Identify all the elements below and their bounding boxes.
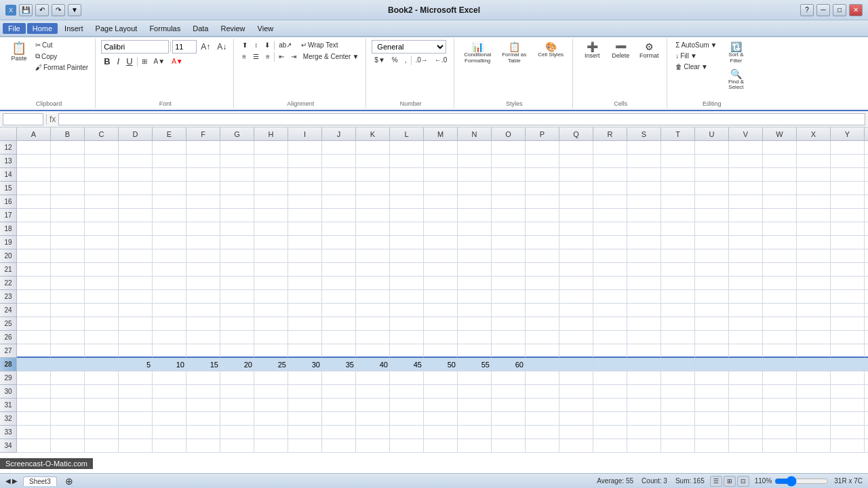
row-header-15[interactable]: 15 <box>0 182 17 195</box>
cell-S23[interactable] <box>627 290 661 304</box>
cell-F29[interactable] <box>186 371 220 385</box>
align-center-button[interactable]: ☰ <box>250 52 262 62</box>
cell-Q32[interactable] <box>559 412 593 426</box>
cell-H34[interactable] <box>254 439 288 453</box>
cell-I25[interactable] <box>288 317 322 331</box>
cell-S20[interactable] <box>627 249 661 263</box>
cell-J16[interactable] <box>322 195 356 209</box>
cell-R27[interactable] <box>593 344 627 358</box>
cell-C33[interactable] <box>85 426 119 439</box>
cell-C17[interactable] <box>85 209 119 222</box>
cell-M20[interactable] <box>424 249 458 263</box>
cell-X14[interactable] <box>797 168 831 182</box>
cell-L17[interactable] <box>390 209 424 222</box>
cell-I29[interactable] <box>288 371 322 385</box>
col-header-o[interactable]: O <box>492 127 526 141</box>
menu-file[interactable]: File <box>3 23 26 34</box>
cell-Q13[interactable] <box>559 155 593 168</box>
cell-Z34[interactable] <box>865 439 868 453</box>
cell-Q25[interactable] <box>559 317 593 331</box>
cell-W26[interactable] <box>763 331 797 344</box>
cell-H27[interactable] <box>254 344 288 358</box>
cell-P34[interactable] <box>526 439 559 453</box>
cell-V16[interactable] <box>729 195 763 209</box>
cell-H30[interactable] <box>254 385 288 399</box>
cell-G23[interactable] <box>220 290 254 304</box>
col-header-u[interactable]: U <box>695 127 729 141</box>
cell-Z25[interactable] <box>865 317 868 331</box>
cell-Y20[interactable] <box>831 249 865 263</box>
cell-Q24[interactable] <box>559 304 593 317</box>
cell-M29[interactable] <box>424 371 458 385</box>
cell-G12[interactable] <box>220 141 254 155</box>
cell-V12[interactable] <box>729 141 763 155</box>
row-header-13[interactable]: 13 <box>0 155 17 168</box>
cell-M30[interactable] <box>424 385 458 399</box>
cell-T17[interactable] <box>661 209 695 222</box>
cell-Y29[interactable] <box>831 371 865 385</box>
cell-Z21[interactable] <box>865 263 868 277</box>
cell-W34[interactable] <box>763 439 797 453</box>
cell-G24[interactable] <box>220 304 254 317</box>
cell-S26[interactable] <box>627 331 661 344</box>
cell-W33[interactable] <box>763 426 797 439</box>
cell-G33[interactable] <box>220 426 254 439</box>
font-name-input[interactable] <box>101 40 169 54</box>
cell-styles-button[interactable]: 🎨 Cell Styles <box>533 40 568 60</box>
fx-icon[interactable]: fx <box>50 115 56 124</box>
sheet-tab-sheet3[interactable]: Sheet3 <box>23 476 57 486</box>
cell-X33[interactable] <box>797 426 831 439</box>
cell-Z27[interactable] <box>865 344 868 358</box>
cell-C16[interactable] <box>85 195 119 209</box>
cell-Y28[interactable] <box>831 358 865 371</box>
close-btn[interactable]: ✕ <box>849 4 863 16</box>
cell-U15[interactable] <box>695 182 729 195</box>
cell-S24[interactable] <box>627 304 661 317</box>
cell-I18[interactable] <box>288 222 322 236</box>
cell-A34[interactable] <box>17 439 51 453</box>
cell-X19[interactable] <box>797 236 831 249</box>
cell-Z29[interactable] <box>865 371 868 385</box>
font-size-input[interactable] <box>172 40 197 54</box>
menu-view[interactable]: View <box>252 23 279 34</box>
cell-X23[interactable] <box>797 290 831 304</box>
customize-btn[interactable]: ▼ <box>68 4 81 16</box>
cell-U28[interactable] <box>695 358 729 371</box>
cell-Y31[interactable] <box>831 399 865 412</box>
cell-Q20[interactable] <box>559 249 593 263</box>
cell-H31[interactable] <box>254 399 288 412</box>
cell-Q15[interactable] <box>559 182 593 195</box>
cell-F23[interactable] <box>186 290 220 304</box>
cell-I34[interactable] <box>288 439 322 453</box>
cell-R19[interactable] <box>593 236 627 249</box>
cell-N17[interactable] <box>458 209 492 222</box>
cell-N29[interactable] <box>458 371 492 385</box>
cell-A24[interactable] <box>17 304 51 317</box>
cell-X22[interactable] <box>797 277 831 290</box>
cell-C34[interactable] <box>85 439 119 453</box>
cell-X34[interactable] <box>797 439 831 453</box>
cell-R24[interactable] <box>593 304 627 317</box>
row-header-28[interactable]: 28 <box>0 358 17 371</box>
cell-E24[interactable] <box>153 304 186 317</box>
cell-X29[interactable] <box>797 371 831 385</box>
cell-B15[interactable] <box>51 182 85 195</box>
cell-B16[interactable] <box>51 195 85 209</box>
cell-J24[interactable] <box>322 304 356 317</box>
cell-L33[interactable] <box>390 426 424 439</box>
cell-P23[interactable] <box>526 290 559 304</box>
cell-C15[interactable] <box>85 182 119 195</box>
cell-U31[interactable] <box>695 399 729 412</box>
cell-V13[interactable] <box>729 155 763 168</box>
cell-H14[interactable] <box>254 168 288 182</box>
cell-O21[interactable] <box>492 263 526 277</box>
cell-N22[interactable] <box>458 277 492 290</box>
cell-T26[interactable] <box>661 331 695 344</box>
cell-H17[interactable] <box>254 209 288 222</box>
cell-F16[interactable] <box>186 195 220 209</box>
cell-W23[interactable] <box>763 290 797 304</box>
cell-K32[interactable] <box>356 412 390 426</box>
cell-A33[interactable] <box>17 426 51 439</box>
cell-S32[interactable] <box>627 412 661 426</box>
cell-V33[interactable] <box>729 426 763 439</box>
